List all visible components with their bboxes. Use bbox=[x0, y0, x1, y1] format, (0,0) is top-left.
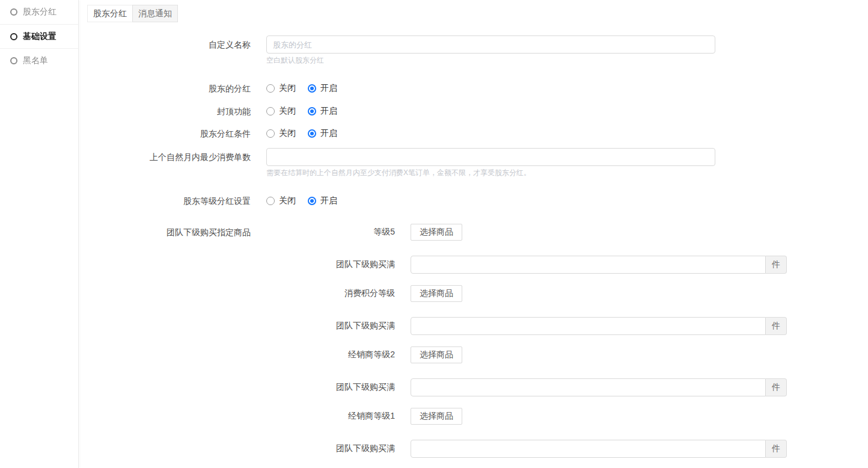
cap-switch-label: 封顶功能 bbox=[79, 106, 251, 116]
qty-row: 团队下级购买满 件 bbox=[266, 378, 868, 396]
unit-suffix: 件 bbox=[766, 317, 787, 335]
min-orders-row: 上个自然月内最少消费单数 需要在结算时的上个自然月内至少支付消费X笔订单，金额不… bbox=[79, 148, 868, 177]
sidebar-item-label: 股东分红 bbox=[23, 7, 57, 17]
radio-unchecked-icon bbox=[266, 84, 275, 93]
condition-radio-group: 关闭 开启 bbox=[266, 129, 868, 138]
condition-switch-label: 股东分红条件 bbox=[79, 129, 251, 138]
sidebar-item-label: 基础设置 bbox=[23, 31, 57, 42]
level-name-label: 经销商等级2 bbox=[266, 349, 395, 360]
dividend-switch-label: 股东的分红 bbox=[79, 84, 251, 93]
tab-bar: 股东分红 消息通知 bbox=[79, 0, 868, 22]
dividend-radio-group: 关闭 开启 bbox=[266, 84, 868, 93]
level-group-row: 经销商等级1 选择商品 bbox=[266, 408, 868, 425]
radio-open-label: 开启 bbox=[320, 196, 337, 206]
radio-open-option[interactable]: 开启 bbox=[308, 83, 337, 94]
radio-checked-icon bbox=[308, 84, 316, 93]
level-name-label: 消费积分等级 bbox=[266, 288, 395, 299]
cap-switch-row: 封顶功能 关闭 开启 bbox=[79, 106, 868, 116]
qty-label: 团队下级购买满 bbox=[266, 259, 395, 270]
radio-close-label: 关闭 bbox=[279, 128, 296, 139]
sidebar-item-blacklist[interactable]: 黑名单 bbox=[0, 48, 78, 72]
sidebar-item-dividend[interactable]: 股东分红 bbox=[0, 0, 78, 24]
radio-open-label: 开启 bbox=[320, 128, 337, 139]
radio-checked-icon bbox=[308, 129, 316, 138]
qty-input[interactable] bbox=[411, 256, 766, 274]
radio-open-label: 开启 bbox=[320, 83, 337, 94]
circle-icon bbox=[10, 33, 17, 40]
sidebar-item-label: 黑名单 bbox=[23, 55, 48, 66]
min-orders-label: 上个自然月内最少消费单数 bbox=[79, 148, 251, 166]
radio-unchecked-icon bbox=[266, 129, 275, 138]
min-orders-help: 需要在结算时的上个自然月内至少支付消费X笔订单，金额不限，才享受股东分红。 bbox=[266, 168, 868, 177]
condition-switch-row: 股东分红条件 关闭 开启 bbox=[79, 129, 868, 138]
level-radio-group: 关闭 开启 bbox=[266, 196, 868, 206]
custom-name-label: 自定义名称 bbox=[79, 35, 251, 54]
tab-dividend[interactable]: 股东分红 bbox=[87, 5, 133, 22]
radio-unchecked-icon bbox=[266, 107, 275, 115]
radio-close-label: 关闭 bbox=[279, 106, 296, 117]
sidebar-item-basic-settings[interactable]: 基础设置 bbox=[0, 24, 78, 48]
select-product-button[interactable]: 选择商品 bbox=[411, 224, 462, 241]
qty-label: 团队下级购买满 bbox=[266, 321, 395, 331]
radio-close-option[interactable]: 关闭 bbox=[266, 83, 296, 94]
radio-close-option[interactable]: 关闭 bbox=[266, 196, 296, 206]
settings-form: 自定义名称 空白默认股东分红 股东的分红 关闭 开启 bbox=[79, 35, 868, 458]
radio-close-label: 关闭 bbox=[279, 196, 296, 206]
settings-sidebar: 股东分红 基础设置 黑名单 bbox=[0, 0, 79, 468]
circle-icon bbox=[10, 8, 17, 16]
radio-checked-icon bbox=[308, 197, 316, 205]
select-product-button[interactable]: 选择商品 bbox=[411, 285, 462, 302]
level-switch-label: 股东等级分红设置 bbox=[79, 196, 251, 206]
custom-name-input[interactable] bbox=[266, 35, 715, 54]
level-group-row: 等级5 选择商品 bbox=[266, 224, 868, 241]
select-product-button[interactable]: 选择商品 bbox=[411, 408, 462, 425]
radio-open-option[interactable]: 开启 bbox=[308, 196, 337, 206]
qty-row: 团队下级购买满 件 bbox=[266, 440, 868, 458]
radio-close-label: 关闭 bbox=[279, 83, 296, 94]
level-name-label: 等级5 bbox=[266, 227, 395, 238]
team-products-section: 团队下级购买指定商品 等级5 选择商品 团队下级购买满 件 bbox=[79, 224, 868, 458]
dividend-switch-row: 股东的分红 关闭 开启 bbox=[79, 84, 868, 93]
main-content: 股东分红 消息通知 自定义名称 空白默认股东分红 股东的分红 关闭 bbox=[79, 0, 868, 458]
cap-radio-group: 关闭 开启 bbox=[266, 106, 868, 116]
radio-close-option[interactable]: 关闭 bbox=[266, 128, 296, 139]
level-name-label: 经销商等级1 bbox=[266, 411, 395, 422]
tab-notification[interactable]: 消息通知 bbox=[132, 5, 178, 22]
radio-open-option[interactable]: 开启 bbox=[308, 128, 337, 139]
custom-name-row: 自定义名称 空白默认股东分红 bbox=[79, 35, 868, 65]
unit-suffix: 件 bbox=[766, 378, 787, 396]
qty-label: 团队下级购买满 bbox=[266, 443, 395, 454]
level-switch-row: 股东等级分红设置 关闭 开启 bbox=[79, 196, 868, 206]
unit-suffix: 件 bbox=[766, 256, 787, 274]
qty-input[interactable] bbox=[411, 317, 766, 335]
circle-icon bbox=[10, 57, 17, 64]
qty-label: 团队下级购买满 bbox=[266, 382, 395, 393]
custom-name-help: 空白默认股东分红 bbox=[266, 56, 868, 65]
radio-close-option[interactable]: 关闭 bbox=[266, 106, 296, 117]
min-orders-input[interactable] bbox=[266, 148, 715, 166]
radio-checked-icon bbox=[308, 107, 316, 115]
level-group-row: 消费积分等级 选择商品 bbox=[266, 285, 868, 302]
level-group-row: 经销商等级2 选择商品 bbox=[266, 346, 868, 363]
qty-input[interactable] bbox=[411, 378, 766, 396]
radio-unchecked-icon bbox=[266, 197, 275, 205]
team-products-label: 团队下级购买指定商品 bbox=[79, 224, 251, 241]
radio-open-label: 开启 bbox=[320, 106, 337, 117]
select-product-button[interactable]: 选择商品 bbox=[411, 346, 462, 363]
qty-input[interactable] bbox=[411, 440, 766, 458]
qty-row: 团队下级购买满 件 bbox=[266, 256, 868, 274]
unit-suffix: 件 bbox=[766, 440, 787, 458]
radio-open-option[interactable]: 开启 bbox=[308, 106, 337, 117]
qty-row: 团队下级购买满 件 bbox=[266, 317, 868, 335]
